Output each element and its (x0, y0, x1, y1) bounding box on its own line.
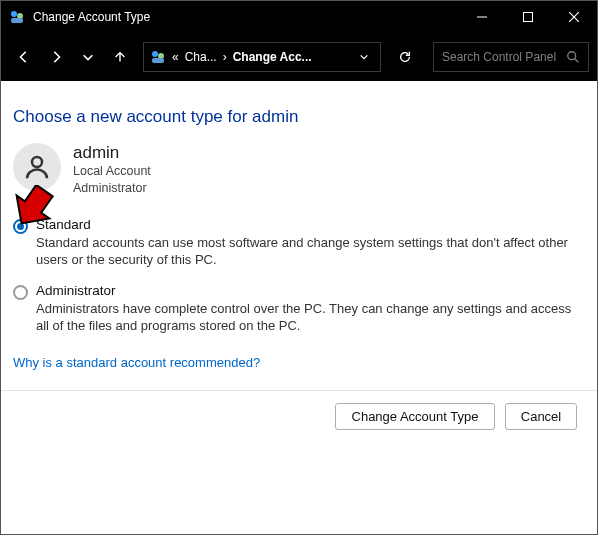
svg-rect-9 (152, 58, 164, 63)
breadcrumb-item-2[interactable]: Change Acc... (233, 50, 312, 64)
recent-locations-button[interactable] (73, 42, 103, 72)
cancel-button[interactable]: Cancel (505, 403, 577, 430)
search-icon (566, 50, 580, 64)
back-button[interactable] (9, 42, 39, 72)
breadcrumb-overflow[interactable]: « (172, 50, 179, 64)
account-type-option-administrator[interactable]: Administrator Administrators have comple… (11, 283, 587, 335)
breadcrumb-item-1[interactable]: Cha... (185, 50, 217, 64)
window-titlebar: Change Account Type (1, 1, 597, 33)
account-type-option-standard[interactable]: Standard Standard accounts can use most … (11, 217, 587, 269)
account-name: admin (73, 143, 151, 163)
address-history-dropdown[interactable] (354, 52, 374, 62)
forward-button[interactable] (41, 42, 71, 72)
svg-rect-4 (524, 13, 533, 22)
radio-administrator[interactable] (13, 285, 28, 300)
svg-point-12 (32, 157, 42, 167)
option-desc-administrator: Administrators have complete control ove… (36, 300, 587, 335)
user-accounts-icon (9, 9, 25, 25)
window-controls (459, 1, 597, 33)
up-button[interactable] (105, 42, 135, 72)
user-info-block: admin Local Account Administrator (13, 143, 587, 197)
refresh-button[interactable] (387, 42, 423, 72)
option-desc-standard: Standard accounts can use most software … (36, 234, 587, 269)
account-type-label: Local Account (73, 163, 151, 180)
minimize-button[interactable] (459, 1, 505, 33)
page-heading: Choose a new account type for admin (13, 107, 587, 127)
address-bar[interactable]: « Cha... › Change Acc... (143, 42, 381, 72)
breadcrumb-separator: › (223, 50, 227, 64)
avatar-icon (13, 143, 61, 191)
action-buttons-row: Change Account Type Cancel (11, 391, 587, 442)
change-account-type-button[interactable]: Change Account Type (335, 403, 495, 430)
close-button[interactable] (551, 1, 597, 33)
svg-point-10 (568, 52, 576, 60)
navigation-toolbar: « Cha... › Change Acc... Search Control … (1, 33, 597, 81)
help-link[interactable]: Why is a standard account recommended? (13, 355, 260, 370)
svg-line-11 (575, 59, 579, 63)
maximize-button[interactable] (505, 1, 551, 33)
option-title-administrator: Administrator (36, 283, 587, 298)
svg-rect-2 (11, 18, 23, 23)
radio-standard[interactable] (13, 219, 28, 234)
svg-point-0 (11, 11, 17, 17)
option-title-standard: Standard (36, 217, 587, 232)
window-title: Change Account Type (33, 10, 150, 24)
content-area: Choose a new account type for admin admi… (1, 81, 597, 442)
search-box[interactable]: Search Control Panel (433, 42, 589, 72)
user-accounts-icon (150, 49, 166, 65)
account-role-label: Administrator (73, 180, 151, 197)
svg-point-7 (152, 51, 158, 57)
search-placeholder: Search Control Panel (442, 50, 560, 64)
